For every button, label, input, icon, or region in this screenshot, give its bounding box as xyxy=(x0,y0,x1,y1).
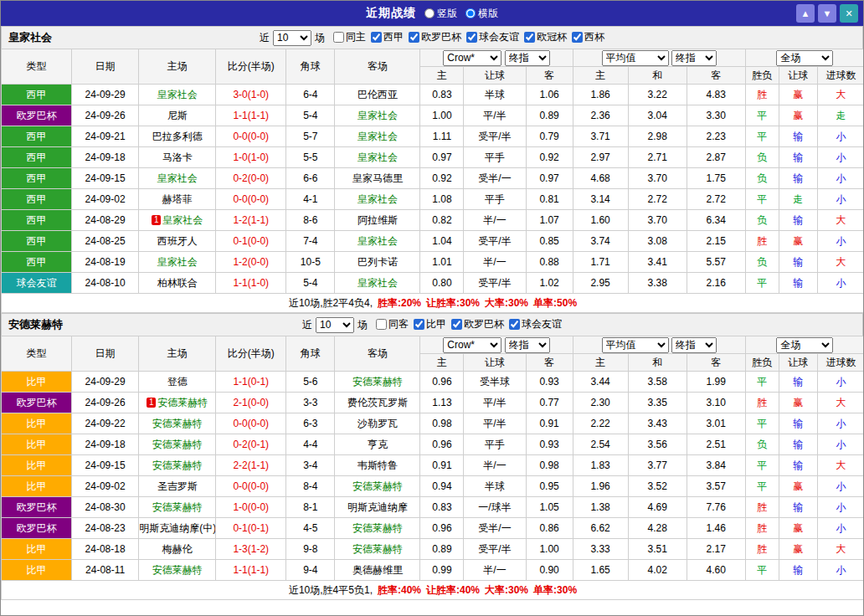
odds-handicap: 半/一 xyxy=(464,252,526,273)
odds-away: 0.90 xyxy=(526,560,573,581)
layout-vertical-radio[interactable] xyxy=(424,8,435,18)
odds-away: 0.97 xyxy=(526,168,573,189)
away-team-name[interactable]: 安德莱赫特 xyxy=(352,522,403,534)
layout-horizontal-option[interactable]: 横版 xyxy=(465,7,498,21)
league-checkbox[interactable] xyxy=(466,32,477,43)
league-checkbox-label[interactable]: 西甲 xyxy=(371,30,404,44)
match-row: 西甲24-08-25西班牙人0-1(0-0)7-4皇家社会1.04受平/半0.8… xyxy=(2,231,864,252)
home-team-name[interactable]: 巴拉多利德 xyxy=(152,131,203,142)
away-team-name[interactable]: 明斯克迪纳摩 xyxy=(347,501,408,513)
odds-stage-select[interactable]: 终指 xyxy=(505,337,550,353)
away-team-name[interactable]: 亨克 xyxy=(368,439,388,450)
away-team-name[interactable]: 皇家马德里 xyxy=(352,172,403,184)
close-button[interactable]: ✕ xyxy=(840,4,858,23)
home-team-name[interactable]: 尼斯 xyxy=(167,110,188,121)
away-team-name[interactable]: 巴列卡诺 xyxy=(357,256,398,268)
league-checkbox[interactable] xyxy=(509,319,520,330)
league-checkbox-label[interactable]: 西杯 xyxy=(572,30,604,44)
layout-horizontal-radio[interactable] xyxy=(465,8,476,18)
result-goals: 小 xyxy=(817,147,864,168)
result-scope-select[interactable]: 全场 xyxy=(776,50,833,66)
home-team-name[interactable]: 马洛卡 xyxy=(162,151,193,163)
match-count-select[interactable]: 10 xyxy=(273,30,311,46)
home-team-name[interactable]: 安德莱赫特 xyxy=(152,418,203,429)
avg-stage-select[interactable]: 终指 xyxy=(671,337,717,353)
home-team-name[interactable]: 安德莱赫特 xyxy=(157,397,208,408)
avg-draw: 3.41 xyxy=(628,252,687,273)
odds-away: 1.07 xyxy=(526,210,573,231)
home-team-name[interactable]: 圣吉罗斯 xyxy=(157,480,198,492)
league-checkbox[interactable] xyxy=(524,32,535,43)
avg-stage-select[interactable]: 终指 xyxy=(671,50,717,66)
league-checkbox-label[interactable]: 欧罗巴杯 xyxy=(409,30,461,44)
home-team-name[interactable]: 皇家社会 xyxy=(157,89,198,100)
league-checkbox[interactable] xyxy=(371,32,382,43)
league-checkbox-label[interactable]: 球会友谊 xyxy=(466,30,519,44)
away-team-name[interactable]: 皇家社会 xyxy=(357,235,398,247)
home-team-name[interactable]: 皇家社会 xyxy=(157,256,198,268)
home-team-name[interactable]: 明斯克迪纳摩(中) xyxy=(139,522,216,534)
same-venue-checkbox[interactable] xyxy=(333,32,344,43)
league-checkbox-label[interactable]: 欧冠杯 xyxy=(524,30,567,44)
league-checkbox-label[interactable]: 比甲 xyxy=(414,317,446,331)
odds-provider-select[interactable]: Crow* xyxy=(443,50,501,66)
odds-away: 0.89 xyxy=(526,105,573,126)
home-team-name[interactable]: 安德莱赫特 xyxy=(152,459,203,471)
home-team-name[interactable]: 安德莱赫特 xyxy=(152,564,203,576)
avg-draw: 2.98 xyxy=(628,126,687,147)
home-team-name[interactable]: 皇家社会 xyxy=(157,172,198,184)
layout-vertical-option[interactable]: 竖版 xyxy=(424,7,457,21)
league-checkbox-label[interactable]: 欧罗巴杯 xyxy=(451,317,504,331)
result-handicap: 输 xyxy=(779,497,817,518)
home-team-name[interactable]: 安德莱赫特 xyxy=(152,439,203,450)
away-team-name[interactable]: 沙勒罗瓦 xyxy=(357,418,398,429)
home-team-name[interactable]: 皇家社会 xyxy=(162,214,203,226)
corner-score: 6-3 xyxy=(286,413,335,434)
summary-stat: 大率:30% xyxy=(485,297,528,309)
away-team-name[interactable]: 皇家社会 xyxy=(357,277,398,289)
odds-stage-select[interactable]: 终指 xyxy=(505,50,550,66)
away-team-name[interactable]: 皇家社会 xyxy=(357,131,398,142)
move-up-button[interactable]: ▲ xyxy=(796,4,815,23)
home-team-name[interactable]: 西班牙人 xyxy=(157,235,198,247)
same-venue-checkbox[interactable] xyxy=(376,319,387,330)
avg-source-select[interactable]: 平均值 xyxy=(602,50,669,66)
league-checkbox[interactable] xyxy=(414,319,424,330)
home-team-name[interactable]: 柏林联合 xyxy=(157,277,198,289)
match-count-select[interactable]: 10 xyxy=(316,317,354,333)
corner-score: 6-6 xyxy=(286,168,335,189)
league-checkbox[interactable] xyxy=(572,32,583,43)
avg-source-select[interactable]: 平均值 xyxy=(602,337,669,353)
home-team-name[interactable]: 赫塔菲 xyxy=(162,193,193,205)
league-checkbox-label[interactable]: 球会友谊 xyxy=(509,317,562,331)
odds-handicap: 平/半 xyxy=(464,105,526,126)
result-scope-select[interactable]: 全场 xyxy=(776,337,833,353)
away-team-cell: 皇家社会 xyxy=(335,126,420,147)
away-team-name[interactable]: 皇家社会 xyxy=(357,110,398,121)
away-team-name[interactable]: 安德莱赫特 xyxy=(352,376,403,388)
odds-handicap: 半/一 xyxy=(464,560,526,581)
league-checkbox[interactable] xyxy=(409,32,419,43)
away-team-name[interactable]: 巴伦西亚 xyxy=(357,89,398,100)
away-team-name[interactable]: 奥德赫维里 xyxy=(352,564,403,576)
away-team-name[interactable]: 安德莱赫特 xyxy=(352,543,403,555)
match-date: 24-08-29 xyxy=(72,210,139,231)
away-team-name[interactable]: 皇家社会 xyxy=(357,151,398,163)
home-team-name[interactable]: 梅赫伦 xyxy=(162,543,193,555)
home-team-name[interactable]: 安德莱赫特 xyxy=(152,501,203,513)
avg-home: 3.44 xyxy=(573,372,628,393)
home-team-name[interactable]: 登德 xyxy=(167,376,188,388)
same-venue-checkbox-label[interactable]: 同客 xyxy=(376,317,409,331)
league-checkbox[interactable] xyxy=(451,319,462,330)
away-team-name[interactable]: 韦斯特鲁 xyxy=(357,459,398,471)
away-team-name[interactable]: 阿拉维斯 xyxy=(357,214,398,226)
match-date: 24-09-22 xyxy=(72,413,139,434)
odds-provider-select[interactable]: Crow* xyxy=(443,337,501,353)
away-team-name[interactable]: 安德莱赫特 xyxy=(352,480,403,492)
away-team-name[interactable]: 费伦茨瓦罗斯 xyxy=(347,397,408,408)
away-team-name[interactable]: 皇家社会 xyxy=(357,193,398,205)
avg-draw: 3.70 xyxy=(628,168,687,189)
filter-checkboxes-0: 同主西甲欧罗巴杯球会友谊欧冠杯西杯 xyxy=(328,30,604,45)
same-venue-checkbox-label[interactable]: 同主 xyxy=(333,30,366,44)
move-down-button[interactable]: ▼ xyxy=(818,4,836,23)
